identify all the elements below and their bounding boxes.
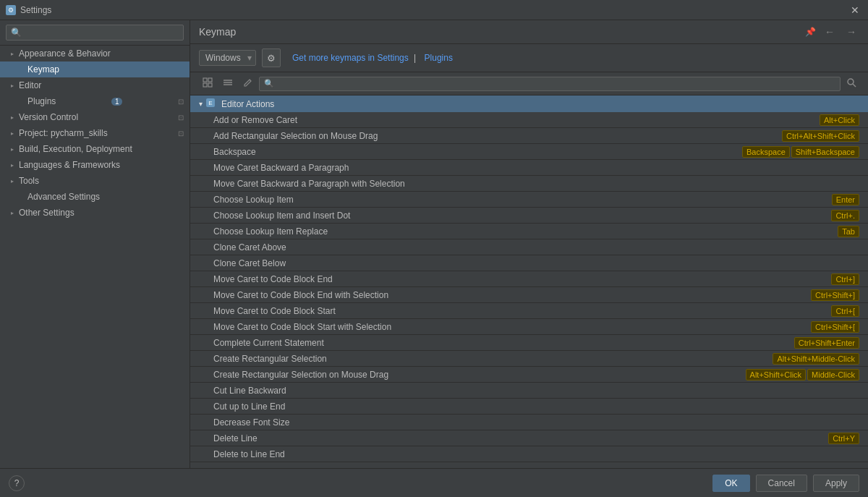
shortcut-badge: Shift+Backspace xyxy=(791,146,859,158)
gear-button[interactable]: ⚙ xyxy=(262,48,281,67)
sidebar-item-other[interactable]: ▸Other Settings xyxy=(0,205,190,221)
table-row[interactable]: Move Caret to Code Block EndCtrl+] xyxy=(190,271,868,287)
search-go-button[interactable] xyxy=(843,76,859,91)
group-header-editor-actions[interactable]: ▾EEditor Actions xyxy=(190,95,868,112)
action-name-label: Move Caret to Code Block End with Select… xyxy=(213,290,811,300)
table-row[interactable]: Clone Caret Below xyxy=(190,255,868,271)
table-row[interactable]: Cut Line Backward xyxy=(190,383,868,399)
table-row[interactable]: Clone Caret Above xyxy=(190,239,868,255)
plugins-link[interactable]: Plugins xyxy=(425,53,453,63)
table-row[interactable]: Complete Current StatementCtrl+Shift+Ent… xyxy=(190,335,868,351)
help-button[interactable]: ? xyxy=(9,475,25,491)
keymap-select-wrapper[interactable]: WindowsmacOSLinuxDefault xyxy=(199,50,256,66)
keymap-controls: WindowsmacOSLinuxDefault ⚙ Get more keym… xyxy=(190,44,868,72)
sidebar-item-label: Other Settings xyxy=(19,208,75,218)
table-row[interactable]: Move Caret Backward a Paragraph with Sel… xyxy=(190,176,868,192)
table-row[interactable]: Move Caret to Code Block End with Select… xyxy=(190,287,868,303)
cancel-button[interactable]: Cancel xyxy=(756,475,807,492)
get-more-keymaps-link[interactable]: Get more keymaps in Settings xyxy=(292,53,409,63)
table-row[interactable]: Delete to Line End xyxy=(190,446,868,462)
copy-icon: ⊡ xyxy=(178,129,184,137)
sidebar-item-label: Languages & Frameworks xyxy=(19,160,120,170)
collapse-all-button[interactable] xyxy=(219,75,237,92)
shortcut-badges: Ctrl+] xyxy=(831,273,859,285)
sidebar-item-languages[interactable]: ▸Languages & Frameworks xyxy=(0,157,190,173)
chevron-icon: ▸ xyxy=(9,209,16,216)
shortcut-badge: Ctrl+] xyxy=(831,273,859,285)
action-name-label: Cut Line Backward xyxy=(213,386,859,396)
table-row[interactable]: Cut up to Line End xyxy=(190,399,868,415)
shortcut-badges: Ctrl+[ xyxy=(831,305,859,317)
shortcut-badge: Ctrl+Y xyxy=(828,433,859,444)
action-name-label: Clone Caret Below xyxy=(213,258,859,268)
title-bar: ⚙ Settings ✕ xyxy=(0,0,868,20)
copy-icon: ⊡ xyxy=(178,114,184,122)
table-row[interactable]: Move Caret Backward a Paragraph xyxy=(190,160,868,176)
shortcut-badges: Ctrl+Shift+] xyxy=(811,289,859,301)
chevron-icon: ▸ xyxy=(9,50,16,57)
back-button[interactable]: ← xyxy=(822,25,838,39)
group-chevron-icon: ▾ xyxy=(199,100,203,108)
sidebar-item-label: Keymap xyxy=(27,64,59,75)
footer-buttons: OK Cancel Apply xyxy=(712,475,859,492)
action-search-wrapper[interactable]: 🔍 xyxy=(259,77,841,91)
sidebar-item-advanced[interactable]: Advanced Settings xyxy=(0,189,190,205)
sidebar-item-tools[interactable]: ▸Tools xyxy=(0,173,190,189)
table-row[interactable]: Add Rectangular Selection on Mouse DragC… xyxy=(190,128,868,144)
table-row[interactable]: Add or Remove CaretAlt+Click xyxy=(190,112,868,128)
action-name-label: Move Caret Backward a Paragraph with Sel… xyxy=(213,179,859,189)
table-row[interactable]: Delete LineCtrl+Y xyxy=(190,430,868,446)
group-header-label: Editor Actions xyxy=(221,99,274,109)
sidebar-search-input[interactable] xyxy=(6,25,184,41)
chevron-icon: ▸ xyxy=(9,82,16,89)
group-icon: E xyxy=(205,98,216,110)
sidebar-item-plugins[interactable]: Plugins1⊡ xyxy=(0,93,190,109)
shortcut-badge: Ctrl+Alt+Shift+Click xyxy=(782,130,859,142)
chevron-icon: ▸ xyxy=(9,114,16,121)
shortcut-badge: Enter xyxy=(832,194,859,205)
table-row[interactable]: Move Caret to Code Block Start with Sele… xyxy=(190,319,868,335)
ok-button[interactable]: OK xyxy=(712,475,749,492)
svg-point-7 xyxy=(848,79,854,85)
action-name-label: Create Rectangular Selection on Mouse Dr… xyxy=(213,370,746,380)
action-name-label: Add Rectangular Selection on Mouse Drag xyxy=(213,131,782,141)
sidebar-item-build[interactable]: ▸Build, Execution, Deployment xyxy=(0,141,190,157)
forward-button[interactable]: → xyxy=(843,25,859,39)
table-row[interactable]: Decrease Font Size xyxy=(190,415,868,430)
keymap-dropdown[interactable]: WindowsmacOSLinuxDefault xyxy=(199,50,256,66)
action-name-label: Delete to Line End xyxy=(213,449,859,459)
sidebar-item-label: Editor xyxy=(19,80,41,90)
table-row[interactable]: Choose Lookup ItemEnter xyxy=(190,192,868,208)
action-search-input[interactable] xyxy=(277,79,835,89)
expand-all-button[interactable] xyxy=(199,75,216,92)
sidebar-item-appearance[interactable]: ▸Appearance & Behavior xyxy=(0,46,190,61)
sidebar-item-project[interactable]: ▸Project: pycharm_skills⊡ xyxy=(0,125,190,141)
chevron-icon: ▸ xyxy=(9,177,16,184)
shortcut-badges: Ctrl+Shift+Enter xyxy=(794,337,859,349)
table-row[interactable]: Choose Lookup Item and Insert DotCtrl+. xyxy=(190,208,868,224)
table-row[interactable]: BackspaceBackspaceShift+Backspace xyxy=(190,144,868,160)
close-button[interactable]: ✕ xyxy=(848,3,862,17)
table-row[interactable]: Create Rectangular SelectionAlt+Shift+Mi… xyxy=(190,351,868,367)
sidebar-item-keymap[interactable]: Keymap xyxy=(0,61,190,77)
action-name-label: Cut up to Line End xyxy=(213,402,859,412)
copy-icon: ⊡ xyxy=(178,98,184,106)
action-name-label: Complete Current Statement xyxy=(213,338,794,348)
sidebar-search-bar[interactable] xyxy=(0,20,190,46)
edit-button[interactable] xyxy=(239,76,256,92)
sidebar-item-version-control[interactable]: ▸Version Control⊡ xyxy=(0,109,190,125)
table-row[interactable]: Choose Lookup Item ReplaceTab xyxy=(190,224,868,239)
chevron-icon: ▸ xyxy=(9,145,16,153)
content-title: Keymap xyxy=(199,26,799,38)
action-name-label: Clone Caret Above xyxy=(213,242,859,252)
chevron-icon: ▸ xyxy=(9,161,16,169)
keymap-link-separator: Get more keymaps in Settings | Plugins xyxy=(289,53,453,63)
table-row[interactable]: Move Caret to Code Block StartCtrl+[ xyxy=(190,303,868,319)
sidebar-items-container: ▸Appearance & BehaviorKeymap▸EditorPlugi… xyxy=(0,46,190,221)
action-name-label: Choose Lookup Item xyxy=(213,195,832,205)
apply-button[interactable]: Apply xyxy=(813,475,859,492)
sidebar-item-editor[interactable]: ▸Editor xyxy=(0,77,190,93)
table-row[interactable]: Create Rectangular Selection on Mouse Dr… xyxy=(190,367,868,383)
shortcut-badge: Middle-Click xyxy=(807,369,859,381)
title-bar-left: ⚙ Settings xyxy=(6,5,51,15)
